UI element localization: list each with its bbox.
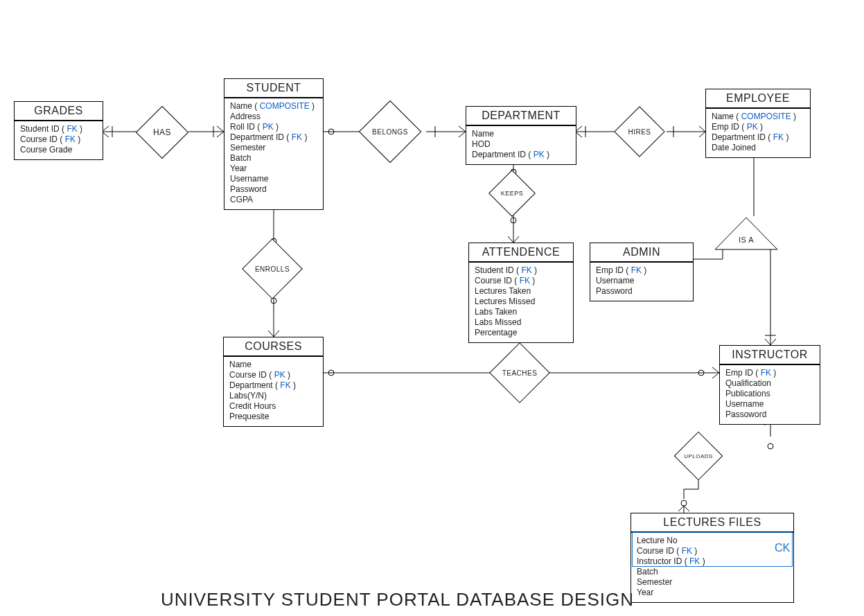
- entity-department: DEPARTMENT NameHODDepartment ID ( PK ): [466, 106, 576, 165]
- rel-keeps: KEEPS: [496, 177, 528, 209]
- attribute-row: Course ID ( FK ): [475, 276, 567, 286]
- attribute-row: Year: [230, 164, 317, 174]
- rel-teaches: TEACHES: [499, 352, 540, 394]
- entity-title: DEPARTMENT: [466, 107, 576, 126]
- svg-point-7: [698, 370, 704, 376]
- entity-courses: COURSES NameCourse ID ( PK )Department (…: [223, 337, 324, 427]
- attribute-row: Department ID ( FK ): [712, 132, 804, 143]
- entity-title: STUDENT: [224, 79, 323, 98]
- attribute-row: Course Grade: [20, 145, 97, 155]
- attribute-row: Batch: [637, 567, 788, 577]
- attribute-row: Password: [596, 286, 687, 297]
- attribute-row: Emp ID ( FK ): [596, 265, 687, 276]
- attribute-row: CGPA: [230, 195, 317, 205]
- svg-point-9: [681, 500, 687, 506]
- entity-title: ADMIN: [590, 243, 693, 263]
- entity-attrs-admin: Emp ID ( FK )UsernamePassword: [590, 263, 693, 301]
- entity-attrs-student: Name ( COMPOSITE )AddressRoll ID ( PK )D…: [224, 98, 323, 209]
- attribute-row: Course ID ( FK ): [637, 546, 788, 556]
- entity-grades: GRADES Student ID ( FK )Course ID ( FK )…: [14, 101, 103, 160]
- attribute-row: Lectures Missed: [475, 297, 567, 307]
- attribute-row: Semester: [230, 143, 317, 153]
- rel-uploads: UPLOADS: [682, 439, 715, 473]
- entity-title: COURSES: [224, 337, 323, 357]
- attribute-row: HOD: [472, 139, 570, 150]
- entity-title: EMPLOYEE: [706, 89, 810, 109]
- attribute-row: Username: [725, 399, 814, 410]
- svg-point-6: [328, 370, 334, 376]
- attribute-row: Student ID ( FK ): [475, 265, 567, 276]
- attribute-row: Roll ID ( PK ): [230, 122, 317, 132]
- rel-belongs: BELONGS: [369, 110, 412, 153]
- rel-enrolls: ENROLLS: [252, 248, 293, 290]
- entity-admin: ADMIN Emp ID ( FK )UsernamePassword: [590, 243, 694, 301]
- attribute-row: Percentage: [475, 328, 567, 338]
- entity-attrs-grades: Student ID ( FK )Course ID ( FK )Course …: [15, 121, 103, 159]
- attribute-row: Department ID ( PK ): [472, 150, 570, 160]
- attribute-row: Name ( COMPOSITE ): [712, 112, 804, 122]
- attribute-row: Passoword: [725, 410, 814, 420]
- entity-attrs-lectures: Lecture NoCourse ID ( FK )Instructor ID …: [631, 533, 793, 602]
- entity-attrs-employee: Name ( COMPOSITE )Emp ID ( PK )Departmen…: [706, 109, 810, 157]
- attribute-row: Labs Missed: [475, 317, 567, 328]
- attribute-row: Credit Hours: [229, 401, 317, 412]
- attribute-row: Name ( COMPOSITE ): [230, 101, 317, 112]
- entity-title: ATTENDENCE: [469, 243, 573, 263]
- attribute-row: Date Joined: [712, 143, 804, 153]
- entity-student: STUDENT Name ( COMPOSITE )AddressRoll ID…: [224, 78, 324, 210]
- entity-employee: EMPLOYEE Name ( COMPOSITE )Emp ID ( PK )…: [705, 89, 811, 158]
- svg-point-3: [511, 218, 516, 223]
- attribute-row: Publications: [725, 389, 814, 399]
- attribute-row: Batch: [230, 153, 317, 164]
- attribute-row: Labs(Y/N): [229, 391, 317, 401]
- attribute-row: Username: [596, 276, 687, 286]
- attribute-row: Lecture No: [637, 536, 788, 546]
- attribute-row: Labs Taken: [475, 307, 567, 317]
- attribute-row: Semester: [637, 577, 788, 588]
- attribute-row: Course ID ( PK ): [229, 370, 317, 380]
- attribute-row: Course ID ( FK ): [20, 134, 97, 145]
- attribute-row: Name: [229, 360, 317, 370]
- svg-point-0: [328, 129, 334, 134]
- attribute-row: Name: [472, 129, 570, 139]
- attribute-row: Emp ID ( FK ): [725, 368, 814, 378]
- entity-title: GRADES: [15, 102, 103, 121]
- attribute-row: Address: [230, 112, 317, 122]
- composite-key-label: CK: [775, 542, 790, 554]
- attribute-row: Lectures Taken: [475, 286, 567, 297]
- entity-attrs-attendance: Student ID ( FK )Course ID ( FK )Lecture…: [469, 263, 573, 342]
- attribute-row: Emp ID ( PK ): [712, 122, 804, 132]
- entity-instructor: INSTRUCTOR Emp ID ( FK )QualificationPub…: [719, 345, 820, 425]
- entity-attrs-instructor: Emp ID ( FK )QualificationPublicationsUs…: [720, 365, 820, 424]
- entity-lectures: LECTURES FILES Lecture NoCourse ID ( FK …: [631, 513, 794, 603]
- attribute-row: Password: [230, 184, 317, 195]
- attribute-row: Prequesite: [229, 412, 317, 422]
- page-title: UNIVERSITY STUDENT PORTAL DATABASE DESIG…: [161, 589, 634, 610]
- entity-title: INSTRUCTOR: [720, 346, 820, 365]
- attribute-row: Year: [637, 588, 788, 598]
- rel-isa: IS A: [714, 216, 779, 254]
- attribute-row: Qualification: [725, 378, 814, 389]
- svg-point-8: [768, 443, 773, 449]
- entity-attrs-department: NameHODDepartment ID ( PK ): [466, 126, 576, 164]
- attribute-row: Instructor ID ( FK ): [637, 556, 788, 567]
- attribute-row: Student ID ( FK ): [20, 124, 97, 134]
- entity-attrs-courses: NameCourse ID ( PK )Department ( FK )Lab…: [224, 357, 323, 426]
- entity-title: LECTURES FILES: [631, 513, 793, 533]
- attribute-row: Department ( FK ): [229, 380, 317, 391]
- entity-attendance: ATTENDENCE Student ID ( FK )Course ID ( …: [468, 243, 574, 343]
- attribute-row: Username: [230, 174, 317, 184]
- attribute-row: Department ID ( FK ): [230, 132, 317, 143]
- rel-has: HAS: [144, 114, 180, 150]
- rel-hires: HIRES: [622, 114, 657, 149]
